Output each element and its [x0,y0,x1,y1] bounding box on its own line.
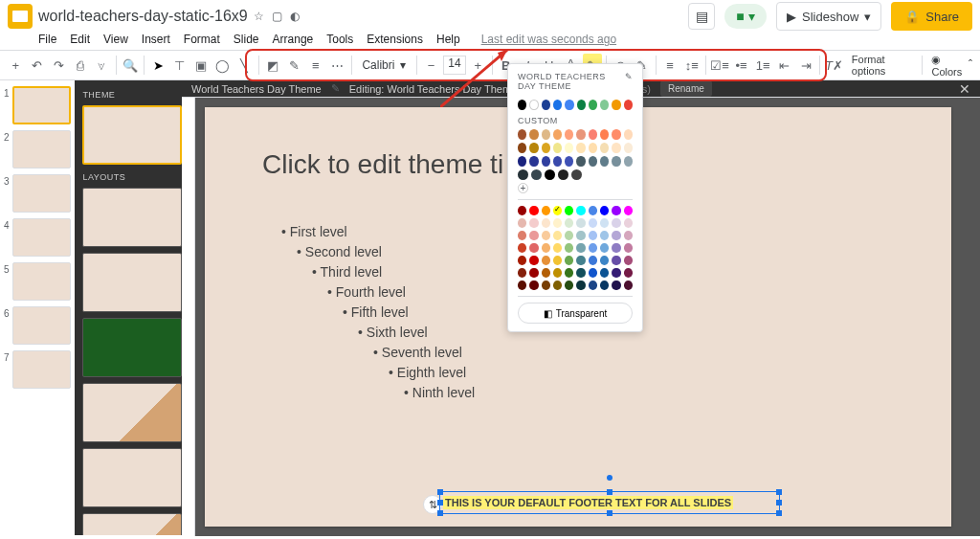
color-swatch[interactable] [612,281,620,290]
menu-arrange[interactable]: Arrange [273,33,314,46]
textbox-tool[interactable]: ⊤ [169,54,189,77]
color-swatch[interactable] [589,243,597,253]
color-swatch[interactable] [553,156,562,167]
color-swatch[interactable] [589,143,597,153]
color-swatch[interactable] [624,156,633,167]
color-swatch[interactable] [518,231,526,240]
color-swatch[interactable] [571,169,582,180]
menu-file[interactable]: File [38,33,56,46]
color-swatch[interactable] [565,268,573,278]
color-swatch[interactable] [600,129,609,140]
color-swatch[interactable] [577,100,586,110]
color-swatch[interactable] [553,231,562,240]
color-swatch[interactable] [576,268,585,278]
slideshow-button[interactable]: ▶ Slideshow ▾ [776,2,881,31]
color-swatch[interactable] [529,256,538,265]
new-slide-button[interactable]: + [6,54,26,77]
color-swatch[interactable] [542,281,550,290]
edit-theme-icon[interactable]: ✎ [331,82,340,95]
color-swatch[interactable] [565,256,573,265]
color-swatch[interactable] [518,268,526,278]
color-swatch[interactable] [576,256,585,265]
color-swatch[interactable] [542,218,550,228]
color-swatch[interactable] [542,156,550,167]
menu-tools[interactable]: Tools [326,33,353,46]
color-swatch[interactable] [565,143,573,153]
border-weight-button[interactable]: ≡ [305,54,325,77]
menu-extensions[interactable]: Extensions [367,33,423,46]
color-swatch[interactable] [565,231,573,240]
redo-button[interactable]: ↷ [49,54,69,77]
filmstrip-slide[interactable]: 6 [4,306,71,345]
color-swatch[interactable] [529,129,538,140]
undo-button[interactable]: ↶ [28,54,48,77]
share-button[interactable]: 🔒 Share [891,2,972,31]
color-swatch[interactable] [529,268,538,278]
border-dash-button[interactable]: ⋯ [327,54,347,77]
layout-thumb[interactable] [82,448,182,507]
color-swatch[interactable] [518,218,526,228]
color-swatch[interactable] [612,268,620,278]
color-swatch[interactable] [529,281,538,290]
color-swatch[interactable] [612,256,620,265]
color-swatch[interactable] [600,231,609,240]
format-options-button[interactable]: Format options [846,54,918,77]
color-swatch[interactable] [589,206,597,215]
filmstrip-slide[interactable]: 4 [4,218,71,257]
color-swatch[interactable] [518,243,526,253]
color-swatch[interactable] [542,268,550,278]
color-swatch[interactable] [518,169,528,180]
color-swatch[interactable] [589,268,597,278]
color-swatch[interactable] [589,129,597,140]
color-swatch[interactable] [553,100,562,110]
color-swatch[interactable] [542,129,550,140]
color-swatch[interactable] [624,268,633,278]
comments-button[interactable]: ▤ [688,3,715,30]
vertical-ruler[interactable] [182,98,195,536]
color-swatch[interactable] [518,129,526,140]
color-swatch[interactable] [589,256,597,265]
last-edit-link[interactable]: Last edit was seconds ago [481,33,616,46]
color-swatch[interactable] [612,231,620,240]
color-swatch[interactable] [576,243,585,253]
color-swatch[interactable] [529,218,538,228]
color-swatch[interactable] [589,281,597,290]
slides-logo[interactable] [8,4,33,29]
color-swatch[interactable] [553,206,562,215]
color-swatch[interactable] [558,169,568,180]
layout-thumb[interactable] [82,513,182,535]
color-swatch[interactable] [542,231,550,240]
layout-thumb[interactable] [82,383,182,442]
color-swatch[interactable] [576,218,585,228]
fill-button[interactable]: ◩ [262,54,282,77]
color-swatch[interactable] [529,243,538,253]
color-swatch[interactable] [600,268,609,278]
edit-theme-colors-icon[interactable]: ✎ [625,72,634,91]
paint-format-button[interactable]: ⟇ [92,54,112,77]
color-swatch[interactable] [542,206,550,215]
color-swatch[interactable] [589,100,597,110]
colors-button[interactable]: ◉ Colors [925,54,973,78]
decrease-font-button[interactable]: − [421,54,441,77]
shape-tool[interactable]: ◯ [213,54,234,77]
transparent-button[interactable]: ◧ Transparent [518,303,633,324]
color-swatch[interactable] [565,206,573,215]
color-swatch[interactable] [624,256,633,265]
border-color-button[interactable]: ✎ [284,54,304,77]
color-swatch[interactable] [576,231,585,240]
color-swatch[interactable] [612,206,620,215]
color-swatch[interactable] [542,256,550,265]
number-list-button[interactable]: 1≡ [753,54,773,77]
color-swatch[interactable] [565,218,573,228]
color-swatch[interactable] [553,256,562,265]
menu-format[interactable]: Format [184,33,220,46]
color-swatch[interactable] [529,100,539,110]
color-swatch[interactable] [565,100,573,110]
color-swatch[interactable] [600,256,609,265]
font-family-select[interactable]: Calibri ▾ [355,55,412,76]
color-swatch[interactable] [612,243,620,253]
color-swatch[interactable] [518,281,526,290]
filmstrip[interactable]: 1234567 [0,80,75,535]
add-custom-color-button[interactable]: + [518,183,528,193]
color-swatch[interactable] [624,281,633,290]
